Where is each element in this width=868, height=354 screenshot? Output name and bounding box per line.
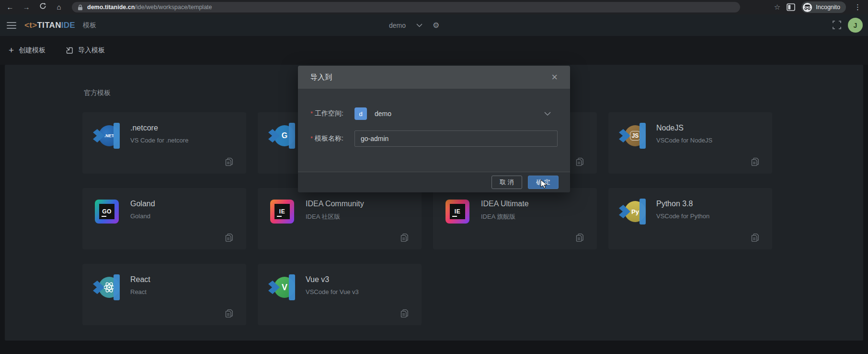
template-title: React (130, 275, 150, 284)
section-title: 官方模板 (84, 89, 111, 97)
template-card[interactable]: ReactReact (82, 264, 246, 325)
duplicate-template-icon[interactable] (751, 157, 760, 168)
duplicate-template-icon[interactable] (400, 309, 409, 320)
idea-icon: IE (270, 200, 294, 224)
dialog-header: 导入到 × (298, 66, 570, 89)
vscode-dotnet-icon: .NET (94, 123, 120, 149)
hamburger-menu-icon[interactable] (7, 22, 16, 29)
incognito-icon (802, 2, 812, 12)
browser-menu-icon[interactable]: ⋮ (852, 3, 863, 12)
template-card[interactable]: JSNodeJSVSCode for NodeJS (608, 112, 772, 174)
side-panel-icon[interactable] (787, 3, 795, 11)
template-subtitle: Goland (130, 212, 155, 220)
chevron-down-icon (416, 24, 423, 27)
incognito-label: Incognito (816, 4, 840, 11)
template-subtitle: IDEA 旗舰版 (481, 212, 529, 221)
url-domain: demo.titanide.cn (87, 4, 135, 11)
template-toolbar: + 创建模板 导入模板 (0, 36, 868, 65)
template-subtitle: React (130, 288, 150, 295)
template-subtitle: VSCode for Python (656, 212, 709, 220)
vscode-python-icon: Py (620, 199, 646, 224)
template-subtitle: IDEA 社区版 (306, 212, 364, 221)
incognito-badge: Incognito (801, 1, 846, 13)
chevron-down-icon (544, 112, 551, 116)
idea-icon: IE (445, 200, 469, 224)
template-title: Goland (130, 200, 155, 208)
template-card[interactable]: VVue v3VSCode for Vue v3 (258, 264, 422, 325)
import-icon (66, 47, 73, 54)
duplicate-template-icon[interactable] (751, 233, 760, 244)
url-path: /ide/web/workspace/template (135, 4, 212, 11)
template-title: .netcore (130, 124, 188, 132)
template-card[interactable]: IEIDEA CommunityIDEA 社区版 (258, 188, 422, 249)
avatar[interactable]: J (848, 18, 863, 33)
template-title: NodeJS (656, 124, 712, 132)
workspace-badge: d (354, 107, 367, 120)
required-asterisk: * (310, 110, 313, 117)
vscode-react-icon (94, 274, 120, 300)
refresh-icon[interactable] (37, 0, 48, 14)
template-card[interactable]: .NET.netcoreVS Code for .netcore (82, 112, 246, 174)
template-title: Python 3.8 (656, 200, 709, 208)
import-dialog: 导入到 × *工作空间: d demo *模板名称: 取 消 确 定 (298, 66, 570, 192)
template-card[interactable]: IEIDEA UltimateIDEA 旗舰版 (433, 188, 597, 249)
import-template-button[interactable]: 导入模板 (66, 46, 105, 55)
app-header: <t>TITANIDE 模板 demo ⚙ J (0, 14, 868, 36)
vscode-nodejs-icon: JS (620, 123, 646, 149)
url-bar[interactable]: demo.titanide.cn/ide/web/workspace/templ… (72, 2, 740, 12)
template-card[interactable]: PyPython 3.8VSCode for Python (608, 188, 772, 249)
template-subtitle: VSCode for NodeJS (656, 137, 712, 144)
create-template-button[interactable]: + 创建模板 (9, 46, 46, 55)
home-icon[interactable]: ⌂ (54, 0, 64, 14)
plus-icon: + (9, 47, 14, 54)
vscode-go-icon: G (269, 123, 295, 149)
workspace-switcher[interactable]: demo (389, 14, 423, 36)
gear-icon[interactable]: ⚙ (433, 14, 439, 36)
fullscreen-icon[interactable] (833, 21, 841, 31)
workspace-switcher-label: demo (389, 22, 406, 29)
workspace-select[interactable]: d demo (354, 107, 558, 120)
dialog-body: *工作空间: d demo *模板名称: (298, 89, 570, 172)
goland-icon: GO (95, 200, 119, 224)
duplicate-template-icon[interactable] (225, 309, 234, 320)
bookmark-star-icon[interactable]: ☆ (774, 3, 780, 12)
forward-icon[interactable]: → (21, 0, 32, 14)
page-title: 模板 (83, 21, 96, 30)
titanide-logo: <t>TITANIDE (24, 21, 75, 30)
workspace-select-value: demo (375, 110, 391, 118)
confirm-button[interactable]: 确 定 (528, 176, 559, 189)
close-icon[interactable]: × (551, 72, 558, 82)
duplicate-template-icon[interactable] (400, 233, 409, 244)
duplicate-template-icon[interactable] (225, 157, 234, 168)
dialog-footer: 取 消 确 定 (298, 172, 570, 192)
template-subtitle: VS Code for .netcore (130, 137, 188, 144)
template-subtitle: VSCode for Vue v3 (306, 288, 359, 295)
template-name-input[interactable] (354, 130, 558, 147)
duplicate-template-icon[interactable] (575, 157, 584, 168)
template-card[interactable]: GOGolandGoland (82, 188, 246, 249)
lock-icon (78, 4, 83, 11)
duplicate-template-icon[interactable] (575, 233, 584, 244)
workspace-field-label: *工作空间: (310, 109, 354, 118)
browser-chrome: ← → ⌂ demo.titanide.cn/ide/web/workspace… (0, 0, 868, 14)
back-icon[interactable]: ← (5, 0, 15, 14)
template-title: IDEA Community (306, 200, 364, 208)
required-asterisk: * (310, 135, 313, 142)
cancel-button[interactable]: 取 消 (491, 176, 522, 189)
dialog-title: 导入到 (310, 73, 332, 82)
template-name-field-label: *模板名称: (310, 134, 354, 143)
template-title: IDEA Ultimate (481, 200, 529, 208)
duplicate-template-icon[interactable] (225, 233, 234, 244)
vscode-vue-icon: V (269, 274, 295, 300)
template-title: Vue v3 (306, 275, 359, 284)
